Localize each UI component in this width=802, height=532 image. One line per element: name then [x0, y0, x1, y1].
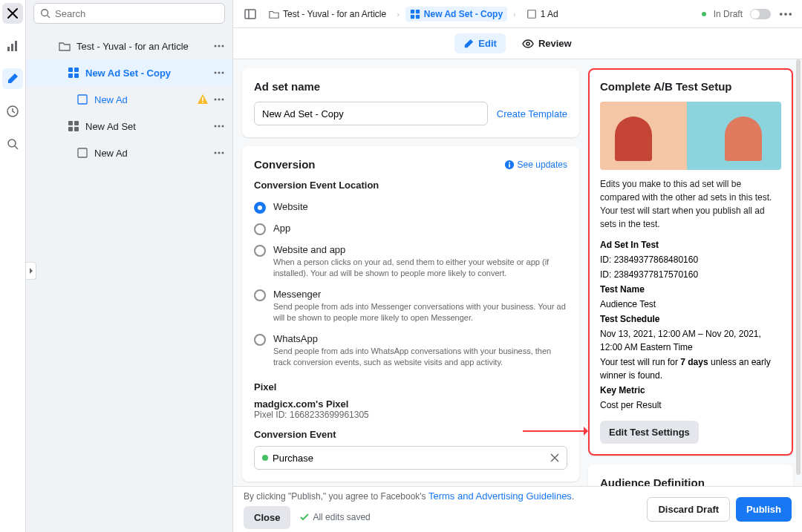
svg-point-4: [8, 139, 16, 147]
see-updates-label: See updates: [518, 160, 567, 170]
search-field[interactable]: [55, 8, 218, 19]
collapse-panel-icon[interactable]: [242, 6, 258, 22]
test-name: Audience Test: [600, 298, 781, 311]
edit-test-settings-button[interactable]: Edit Test Settings: [600, 421, 699, 444]
chevron-right-icon: ›: [513, 10, 516, 19]
svg-rect-18: [202, 102, 203, 103]
radio-website[interactable]: Website: [254, 197, 567, 218]
schedule-value: Nov 13, 2021, 12:00 AM – Nov 20, 2021, 1…: [600, 327, 781, 354]
chevron-right-icon: ›: [397, 10, 400, 19]
svg-rect-23: [74, 121, 79, 125]
metric-label: Key Metric: [600, 384, 781, 397]
more-icon[interactable]: [213, 120, 225, 132]
pixel-name: madgicx.com's Pixel: [254, 398, 567, 410]
breadcrumb-adset[interactable]: New Ad Set - Copy: [405, 7, 507, 22]
breadcrumb-label: Test - Yuval - for an Article: [283, 9, 386, 19]
footer: By clicking "Publish," you agree to Face…: [233, 486, 802, 532]
svg-point-47: [262, 455, 268, 461]
search-input[interactable]: [33, 3, 225, 24]
more-icon[interactable]: [778, 7, 793, 22]
tree-adset-copy[interactable]: New Ad Set - Copy: [26, 59, 232, 86]
radio-icon: [254, 334, 266, 346]
svg-rect-12: [74, 73, 79, 78]
tree-campaign[interactable]: Test - Yuval - for an Article: [26, 33, 232, 59]
see-updates-link[interactable]: See updates: [504, 160, 567, 170]
radio-icon: [254, 289, 266, 301]
status-toggle[interactable]: [750, 9, 771, 19]
adset-name-input[interactable]: [254, 102, 488, 125]
more-icon[interactable]: [213, 93, 225, 105]
footer-disclaimer: By clicking "Publish," you agree to Face…: [244, 490, 574, 502]
radio-whatsapp[interactable]: WhatsApp Send people from ads into Whats…: [254, 329, 567, 373]
svg-rect-17: [202, 97, 203, 101]
svg-rect-16: [78, 95, 87, 104]
svg-point-31: [218, 152, 221, 154]
breadcrumb-ad[interactable]: 1 Ad: [522, 7, 563, 22]
svg-rect-1: [11, 44, 13, 51]
tree-ad-label: New Ad: [94, 94, 197, 105]
svg-point-26: [215, 125, 217, 128]
close-icon[interactable]: [2, 3, 23, 24]
radio-icon: [254, 223, 266, 235]
radio-messenger[interactable]: Messenger Send people from ads into Mess…: [254, 284, 567, 329]
card-title: Complete A/B Test Setup: [600, 80, 781, 93]
radio-icon: [254, 245, 266, 257]
svg-rect-9: [68, 68, 73, 72]
pixel-label: Pixel: [254, 381, 567, 393]
svg-point-42: [789, 13, 792, 16]
actionbar: Edit Review: [233, 28, 802, 59]
radio-label: Messenger: [273, 289, 567, 300]
svg-point-6: [215, 45, 217, 47]
nav-chart-icon[interactable]: [2, 36, 23, 56]
status-dot-icon: [702, 12, 706, 16]
nav-clock-icon[interactable]: [2, 101, 23, 122]
clear-icon[interactable]: [550, 453, 559, 462]
radio-app[interactable]: App: [254, 218, 567, 240]
svg-rect-29: [78, 148, 87, 157]
svg-rect-36: [416, 9, 420, 13]
expand-sidebar-icon[interactable]: [26, 262, 36, 280]
radio-desc: Send people from ads into Messenger conv…: [273, 301, 567, 324]
tree-ad-1[interactable]: New Ad: [26, 86, 232, 113]
more-icon[interactable]: [213, 40, 225, 52]
svg-point-15: [222, 72, 224, 74]
test-name-label: Test Name: [600, 283, 781, 296]
event-select[interactable]: Purchase: [254, 446, 567, 470]
edit-button[interactable]: Edit: [454, 33, 506, 53]
breadcrumb-campaign[interactable]: Test - Yuval - for an Article: [264, 7, 391, 22]
vertical-nav: [0, 0, 26, 532]
svg-rect-37: [411, 14, 414, 18]
review-button[interactable]: Review: [513, 33, 581, 54]
svg-point-5: [42, 10, 48, 16]
svg-point-41: [784, 13, 787, 16]
publish-button[interactable]: Publish: [736, 497, 792, 522]
radio-website-app[interactable]: Website and app When a person clicks on …: [254, 240, 567, 284]
svg-point-13: [215, 72, 217, 74]
event-label: Conversion Event: [254, 429, 567, 440]
more-icon[interactable]: [213, 67, 225, 79]
abtest-id1: ID: 23849377868480160: [600, 253, 781, 266]
status-dot-icon: [262, 455, 268, 461]
more-icon[interactable]: [213, 147, 225, 159]
topbar: Test - Yuval - for an Article › New Ad S…: [233, 0, 802, 28]
breadcrumb-label: New Ad Set - Copy: [424, 9, 503, 19]
tree-ad-label: New Ad: [94, 148, 213, 159]
svg-point-21: [222, 99, 224, 101]
close-button[interactable]: Close: [244, 506, 290, 529]
svg-rect-22: [68, 121, 73, 125]
schedule-label: Test Schedule: [600, 312, 781, 326]
metric-value: Cost per Result: [600, 398, 781, 412]
svg-point-28: [222, 125, 224, 128]
create-template-link[interactable]: Create Template: [497, 108, 567, 119]
nav-search-icon[interactable]: [2, 134, 23, 154]
adset-in-test-label: Ad Set In Test: [600, 238, 781, 252]
tree-ad-2[interactable]: New Ad: [26, 139, 232, 166]
svg-rect-24: [68, 127, 73, 131]
scrollbar[interactable]: [796, 59, 801, 475]
nav-pen-icon[interactable]: [2, 68, 23, 89]
discard-draft-button[interactable]: Discard Draft: [647, 497, 730, 522]
radio-label: WhatsApp: [273, 333, 567, 344]
terms-link[interactable]: Terms and Advertising Guidelines: [428, 490, 572, 502]
event-location-label: Conversion Event Location: [254, 180, 567, 191]
tree-adset-2[interactable]: New Ad Set: [26, 113, 232, 139]
